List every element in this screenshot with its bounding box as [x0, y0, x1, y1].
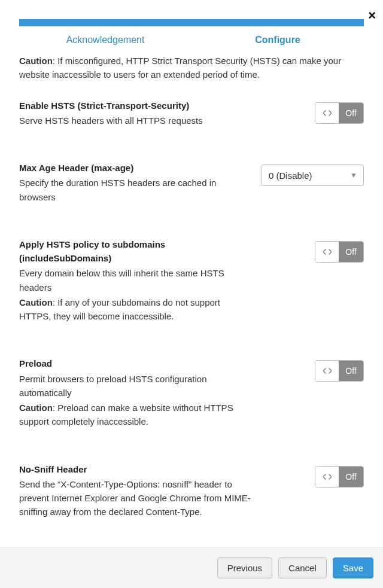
- toggle-handle-icon: [315, 242, 339, 262]
- toggle-handle-icon: [315, 361, 339, 381]
- setting-nosniff: No-Sniff Header Send the “X-Content-Type…: [19, 462, 364, 519]
- caution-label: Caution: [19, 403, 53, 413]
- setting-desc: Every domain below this will inherit the…: [19, 266, 251, 294]
- settings-content: Caution: If misconfigured, HTTP Strict T…: [0, 51, 383, 543]
- setting-title: No-Sniff Header: [19, 462, 251, 476]
- progress-bar: [19, 19, 364, 26]
- caution-label: Caution: [19, 56, 53, 66]
- setting-caution: Caution: Preload can make a website with…: [19, 401, 251, 429]
- setting-title: Max Age Header (max-age): [19, 161, 251, 175]
- caution-text: : If misconfigured, HTTP Strict Transpor…: [19, 56, 341, 80]
- setting-control: Off: [261, 237, 364, 263]
- setting-text: Enable HSTS (Strict-Transport-Security) …: [19, 99, 251, 128]
- enable-hsts-toggle[interactable]: Off: [315, 102, 364, 124]
- setting-desc: Specify the duration HSTS headers are ca…: [19, 176, 251, 204]
- preload-toggle[interactable]: Off: [315, 360, 364, 382]
- setting-control: Off: [261, 462, 364, 488]
- toggle-state-label: Off: [339, 361, 363, 381]
- setting-title: Apply HSTS policy to subdomains (include…: [19, 237, 251, 266]
- setting-desc: Serve HSTS headers with all HTTPS reques…: [19, 114, 251, 127]
- chevron-down-icon: ▼: [350, 171, 357, 179]
- setting-title: Enable HSTS (Strict-Transport-Security): [19, 99, 251, 112]
- setting-text: Apply HSTS policy to subdomains (include…: [19, 237, 251, 324]
- cancel-button[interactable]: Cancel: [278, 557, 327, 578]
- toggle-state-label: Off: [339, 467, 363, 487]
- save-button[interactable]: Save: [333, 557, 373, 578]
- subdomains-toggle[interactable]: Off: [315, 241, 364, 263]
- setting-title: Preload: [19, 357, 251, 370]
- setting-desc: Send the “X-Content-Type-Options: nosnif…: [19, 477, 251, 519]
- nosniff-toggle[interactable]: Off: [315, 466, 364, 488]
- setting-preload: Preload Permit browsers to preload HSTS …: [19, 357, 364, 428]
- setting-control: Off: [261, 99, 364, 124]
- setting-enable-hsts: Enable HSTS (Strict-Transport-Security) …: [19, 99, 364, 128]
- close-icon[interactable]: ×: [368, 9, 376, 22]
- setting-control: 0 (Disable) ▼: [261, 161, 364, 186]
- top-caution: Caution: If misconfigured, HTTP Strict T…: [19, 54, 364, 82]
- tab-acknowledgement[interactable]: Acknowledgement: [19, 35, 192, 45]
- tab-bar: Acknowledgement Configure: [19, 26, 364, 51]
- toggle-state-label: Off: [339, 103, 363, 123]
- toggle-handle-icon: [315, 103, 339, 123]
- select-value: 0 (Disable): [269, 170, 312, 181]
- tab-configure[interactable]: Configure: [192, 35, 364, 45]
- setting-control: Off: [261, 357, 364, 382]
- toggle-handle-icon: [315, 467, 339, 487]
- setting-desc: Permit browsers to preload HSTS configur…: [19, 372, 251, 400]
- setting-subdomains: Apply HSTS policy to subdomains (include…: [19, 237, 364, 324]
- previous-button[interactable]: Previous: [217, 557, 272, 578]
- setting-text: No-Sniff Header Send the “X-Content-Type…: [19, 462, 251, 519]
- max-age-select[interactable]: 0 (Disable) ▼: [261, 164, 364, 186]
- setting-max-age: Max Age Header (max-age) Specify the dur…: [19, 161, 364, 204]
- dialog-footer: Previous Cancel Save: [0, 547, 383, 588]
- setting-text: Preload Permit browsers to preload HSTS …: [19, 357, 251, 428]
- caution-label: Caution: [19, 297, 53, 307]
- setting-caution: Caution: If any of your subdomains do no…: [19, 295, 251, 324]
- setting-text: Max Age Header (max-age) Specify the dur…: [19, 161, 251, 204]
- toggle-state-label: Off: [339, 242, 363, 262]
